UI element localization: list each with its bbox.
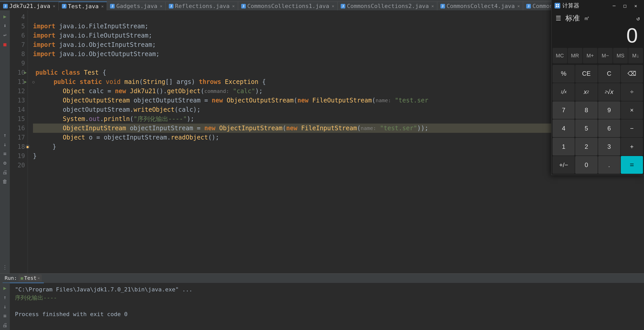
calc-multiply-button[interactable]: ×	[621, 101, 643, 119]
tab-close-gadgets[interactable]: ✕	[160, 4, 162, 8]
panel-tab-close[interactable]: ✕	[38, 276, 40, 280]
tab-commons4[interactable]: J CommonsCollect4.java ✕	[437, 2, 523, 10]
mem-mplus-button[interactable]: M+	[583, 48, 598, 63]
calc-title: 计算器	[562, 2, 607, 10]
tab-close-commons2[interactable]: ✕	[431, 4, 434, 8]
left-toolbar: ▶ ⬇ ↩ ■ ↑ ↓ ≡ ⚙ 🖨 🗑 ⋮	[0, 10, 10, 273]
tab-gadgets[interactable]: J Gadgets.java ✕	[107, 2, 166, 10]
svg-rect-1	[558, 4, 559, 5]
memory-row: MC MR M+ M− MS M↓	[551, 48, 644, 64]
tab-label-reflections: Reflections.java	[175, 3, 230, 9]
tab-test[interactable]: J Jdk7u21.java ✕	[0, 2, 59, 10]
mem-mc-button[interactable]: MC	[553, 48, 567, 63]
calc-0-button[interactable]: 0	[575, 156, 597, 174]
tab-icon-commons2: J	[341, 4, 345, 8]
tab-icon-commons4: J	[440, 4, 445, 8]
tab-icon-gadgets: J	[110, 4, 115, 8]
calc-1-button[interactable]: 1	[553, 138, 575, 155]
calc-minimize-button[interactable]: ─	[609, 2, 619, 10]
panel-run-path: "C:\Program Files\Java\jdk1.7.0_21\bin\j…	[15, 285, 193, 294]
calc-equals-button[interactable]: =	[621, 156, 643, 174]
panel-scroll-down[interactable]: ↓	[1, 302, 9, 311]
tab-label-testjava: Test.java	[68, 3, 99, 10]
panel-print[interactable]: 🖨	[1, 321, 9, 329]
print-button[interactable]: 🖨	[1, 168, 9, 176]
calc-app-icon	[555, 3, 560, 8]
calc-add-button[interactable]: +	[621, 138, 643, 155]
tab-icon-commons5: J	[526, 4, 531, 8]
tab-close-commons4[interactable]: ✕	[517, 4, 520, 8]
calc-8-button[interactable]: 8	[575, 101, 597, 119]
calc-maximize-button[interactable]: □	[620, 2, 630, 10]
panel-run-label: Run:	[5, 275, 17, 281]
hamburger-icon[interactable]: ☰	[556, 15, 561, 22]
calc-ce-button[interactable]: CE	[575, 65, 597, 83]
tab-commons1[interactable]: J CommonsCollections1.java ✕	[238, 2, 338, 10]
calc-backspace-button[interactable]: ⌫	[621, 65, 643, 83]
panel-scroll-up[interactable]: ↑	[1, 293, 9, 301]
calc-divide-button[interactable]: ÷	[621, 83, 643, 101]
calc-history-button[interactable]: ↺	[637, 15, 640, 22]
tab-label-commons4: CommonsCollect4.java	[447, 3, 515, 9]
debug-button[interactable]: ⬇	[1, 22, 9, 30]
calc-titlebar: 计算器 ─ □ ✕	[551, 0, 644, 11]
mem-mr-button[interactable]: MR	[568, 48, 582, 63]
calc-2-button[interactable]: 2	[575, 138, 597, 155]
panel-tabs: Run: ■ Test ✕	[0, 274, 644, 283]
calc-negate-button[interactable]: +/−	[553, 156, 575, 174]
calc-sqrt-button[interactable]: 2√x	[598, 83, 620, 101]
bottom-panel: Run: ■ Test ✕ ▶ ↑ ↓ ≡ 🖨 🗑 "C:\Program Fi…	[0, 273, 644, 330]
calc-percent-button[interactable]: %	[553, 65, 575, 83]
calc-clear-button[interactable]: C	[598, 65, 620, 83]
tab-close-test[interactable]: ✕	[101, 4, 104, 9]
rerun-button[interactable]: ↩	[1, 31, 9, 39]
calc-subtract-button[interactable]: −	[621, 119, 643, 137]
more-button[interactable]: ⋮	[1, 263, 9, 271]
clear-button[interactable]: 🗑	[1, 177, 9, 186]
line-numbers: 4 5 6 7 8 9 10 11 12 13 14 15 16 17 18 1…	[10, 10, 28, 273]
scroll-up-button[interactable]: ↑	[1, 131, 9, 139]
calc-decimal-button[interactable]: .	[598, 156, 620, 174]
tab-commons2[interactable]: J CommonsCollections2.java ✕	[338, 2, 437, 10]
panel-output: 序列化输出----	[15, 294, 193, 302]
tab-label-gadgets: Gadgets.java	[116, 3, 157, 9]
calc-reciprocal-button[interactable]: 1/x	[553, 83, 575, 101]
calc-window-buttons: ─ □ ✕	[609, 2, 641, 10]
panel-wrap[interactable]: ≡	[1, 312, 9, 320]
panel-tab-run[interactable]: Run: ■ Test ✕	[3, 273, 44, 283]
scroll-down-button[interactable]: ↓	[1, 140, 9, 149]
tab-icon-testjava: J	[62, 4, 66, 8]
tab-reflections[interactable]: J Reflections.java ✕	[166, 2, 238, 10]
tab-label-commons2: CommonsCollections2.java	[347, 3, 429, 9]
stop-button[interactable]: ■	[1, 40, 9, 48]
run-button[interactable]: ▶	[1, 12, 9, 21]
tab-close-jdk[interactable]: ✕	[53, 4, 55, 8]
settings-button[interactable]: ⚙	[1, 159, 9, 167]
ide-container: J Jdk7u21.java ✕ J Test.java ✕ J Gadgets…	[0, 0, 644, 330]
tab-label-commons1: CommonsCollections1.java	[247, 3, 329, 9]
calc-9-button[interactable]: 9	[598, 101, 620, 119]
calc-3-button[interactable]: 3	[598, 138, 620, 155]
tab-close-reflections[interactable]: ✕	[232, 4, 235, 8]
calc-close-button[interactable]: ✕	[631, 2, 641, 10]
mem-mminus-button[interactable]: M−	[598, 48, 613, 63]
wrap-button[interactable]: ≡	[1, 150, 9, 158]
code-area: 4 5 6 7 8 9 10 11 12 13 14 15 16 17 18 1…	[0, 10, 644, 273]
mem-ms-button[interactable]: MS	[613, 48, 628, 63]
calc-mode-label: 标准	[565, 13, 580, 23]
calc-4-button[interactable]: 4	[553, 119, 575, 137]
calc-mode-icon: ㎡	[584, 14, 590, 22]
tab-testjava[interactable]: J Test.java ✕	[59, 2, 107, 10]
panel-run-btn[interactable]: ▶	[1, 284, 9, 292]
mem-mv-button[interactable]: M↓	[628, 48, 643, 63]
calculator-window: 计算器 ─ □ ✕ ☰ 标准 ㎡ ↺ 0 MC MR M+ M− MS M↓ %…	[551, 0, 644, 175]
calc-5-button[interactable]: 5	[575, 119, 597, 137]
tab-icon-reflections: J	[169, 4, 173, 8]
calc-6-button[interactable]: 6	[598, 119, 620, 137]
calc-square-button[interactable]: x2	[575, 83, 597, 101]
calc-7-button[interactable]: 7	[553, 101, 575, 119]
tab-close-commons1[interactable]: ✕	[332, 4, 334, 8]
tab-icon-commons1: J	[241, 4, 246, 8]
calc-buttons-grid: % CE C ⌫ 1/x x2 2√x ÷ 7 8 9 × 4 5 6 − 1 …	[551, 64, 644, 175]
calc-display-value: 0	[558, 25, 638, 46]
